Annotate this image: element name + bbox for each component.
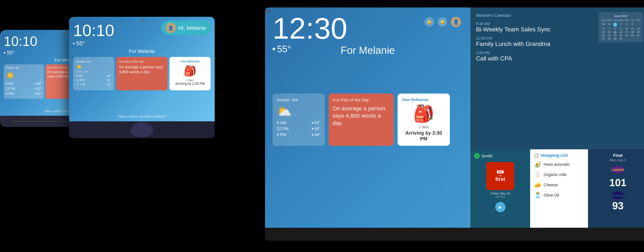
podcast-sub: Up First [496,195,505,198]
med-weather-row-3: 下 1:3861° [76,83,111,86]
tv-time: 12:30 [272,15,347,42]
tv-time-temp: 12:30 55° [272,15,347,54]
tv-weather-location: Seattle, WA [277,98,321,102]
tv-icons-row: 🔔 🔔 👤 [425,17,461,27]
medium-screen: 👤 Hi, Melanie 10:10 55° For Melanie Seat… [69,17,215,121]
spotify-label: Spotify [481,154,492,158]
svg-text:LAKERS: LAKERS [612,168,624,172]
temp-dot-icon [4,52,5,54]
med-weather-row-2: 12 PM52° [76,78,111,82]
svg-text:HORNETS: HORNETS [612,194,624,197]
tv-temp-dot [272,48,275,50]
up-first-artwork: NPR up first [486,162,514,190]
calendar-event-3: 2:00 PM Call with CPA [476,51,642,62]
dot1 [35,83,36,84]
medium-content: 👤 Hi, Melanie 10:10 55° For Melanie Seat… [69,17,215,121]
med-weather-location: Seattle, WA [76,60,111,63]
tv-sports-section: Final Mon, Feb 3 LAKERS 101 [588,149,644,228]
tv-spotify-section: ♪ Spotify NPR up first Friday, May 28 Up… [470,149,530,228]
cheese-icon: 🧀 [534,181,541,189]
tv-bottom-row: ♪ Spotify NPR up first Friday, May 28 Up… [470,149,644,228]
med-temp-dot [73,43,75,44]
item-4-name: Olive Oil [544,193,559,198]
more-options-icon[interactable]: ⋮ [207,114,211,118]
tv-shopping-section: 📋 Shopping List 🥑 Hass avocado 🥛 Organic… [530,149,588,228]
tv-arriving-text: Arriving by 2:30 PM [402,130,446,142]
spotify-header: ♪ Spotify [474,153,492,159]
medium-speaker-base [69,121,215,138]
mini-cal-grid: 3031 2 345 6789101112 1314 15 16171819 2… [601,22,641,40]
shopping-title: Shopping List [540,153,568,158]
spotify-icon: ♪ [474,153,480,159]
item-2-name: Organic milk [544,172,566,177]
med-weather-row-1: 9 AM48° [76,74,111,77]
tv-main-content: 12:30 55° 🔔 🔔 👤 For Melanie [265,8,470,228]
sports-date: Mon, Feb 3 [610,158,626,162]
small-time-1: 9 AM [6,82,13,86]
small-dot-2: 52° [35,87,42,91]
mini-calendar: June 2022 SUNMONTUEWEDTHUFRISAT 3031 2 3… [599,12,643,42]
shopping-item-3: 🧀 Cheese [534,181,584,189]
small-weather-row-1: 9 AM 48° [6,82,42,86]
shopping-item-4: 🫙 Olive Oil [534,192,584,199]
event-name-3: Call with CPA [476,55,642,62]
small-weather-row-3: 3 PM 61° [6,92,42,96]
med-weather-detail: H 64° L 49° [76,70,111,73]
tv-screen: 12:30 55° 🔔 🔔 👤 For Melanie [265,8,644,228]
medium-cards: Seattle, WA ☀️ H 64° L 49° 9 AM48° 12 PM… [73,57,210,90]
small-weather-location: Seattle, WA [6,66,42,69]
dot3 [35,93,36,94]
small-weather-row-2: 12 PM 52° [6,87,42,91]
greeting-text: Hi, Melanie [178,25,206,31]
med-delivery-card: Your Deliveries 🎒 1 Item Arriving by 2:3… [170,57,210,90]
tv-notification-icon[interactable]: 🔔 [425,17,434,27]
podcast-date: Friday, May 28 [490,192,510,195]
device-medium: 👤 Hi, Melanie 10:10 55° For Melanie Seat… [69,17,215,138]
shopping-item-2: 🥛 Organic milk [534,171,584,178]
event-time-3: 2:00 PM [476,51,642,55]
hornets-score: 93 [612,201,624,211]
tv-sun-icon: ⛅ [277,104,321,118]
lakers-logo-icon: LAKERS [610,165,625,176]
lakers-score: 101 [609,178,626,188]
device-large: 12:30 55° 🔔 🔔 👤 For Melanie [265,8,644,241]
tv-fact-text: On average a person says 4,800 words a d… [333,105,390,126]
med-arriving-text: Arriving by 2:30 PM [172,82,208,86]
hi-bubble: 👤 Hi, Melanie [161,20,211,35]
med-fact-title: Fun Fact of the Day [119,60,165,63]
tv-stand [265,228,644,241]
item-3-name: Cheese [544,182,558,188]
small-weather-temps: 9 AM 48° 12 PM 52° 3 PM 61° [6,82,42,96]
tv-delivery-card: Your Deliveries 🎒 1 Item Arriving by 2:3… [398,94,450,146]
med-delivery-title: Your Deliveries [172,60,208,63]
team-lakers: LAKERS 101 [609,165,626,188]
mini-cal-month: June 2022 [601,14,641,18]
sports-final-label: Final [613,153,622,158]
speaker-dome [131,122,153,137]
play-button[interactable]: ▶ [495,202,506,212]
medium-for-melanie: For Melanie [73,48,210,54]
npr-badge: NPR [497,170,504,174]
tv-weather-card: Seattle, WA ⛅ 9 AM52° 12 PM50° 3 PM48° [272,94,325,146]
med-items-count: 1 Item [172,79,208,82]
tv-fact-title: Fun Fact of the Day [333,98,390,102]
tv-wr-3: 3 PM48° [277,132,321,137]
scene: 10:10 55° 🔔 📡 For Melanie [0,0,644,252]
tv-avatar[interactable]: 👤 [451,17,461,27]
tv-weather-temps: 9 AM52° 12 PM50° 3 PM48° [277,120,321,137]
small-time-2: 12 PM [6,87,15,91]
med-fact-text: On average a person says 4,800 words a d… [119,64,165,74]
tv-wr-1: 9 AM52° [277,120,321,125]
item-1-name: Hass avocado [544,162,570,167]
tv-bell-icon[interactable]: 🔔 [438,17,447,27]
tv-fact-card: Fun Fact of the Day On average a person … [328,94,394,146]
medium-temp: 55° [73,40,210,47]
med-backpack-icon: 🎒 [172,65,208,77]
team-hornets: HORNETS 93 [610,190,625,211]
first-word: first [496,176,505,182]
tv-delivery-title: Your Deliveries [402,98,446,102]
small-dot-3: 61° [35,92,42,96]
tv-right-panel: Melanie's Calendar 9:30 AM Bi-Weekly Tea… [470,8,644,228]
tv-wr-2: 12 PM50° [277,126,321,131]
tv-items-count: 1 Item [402,125,446,129]
